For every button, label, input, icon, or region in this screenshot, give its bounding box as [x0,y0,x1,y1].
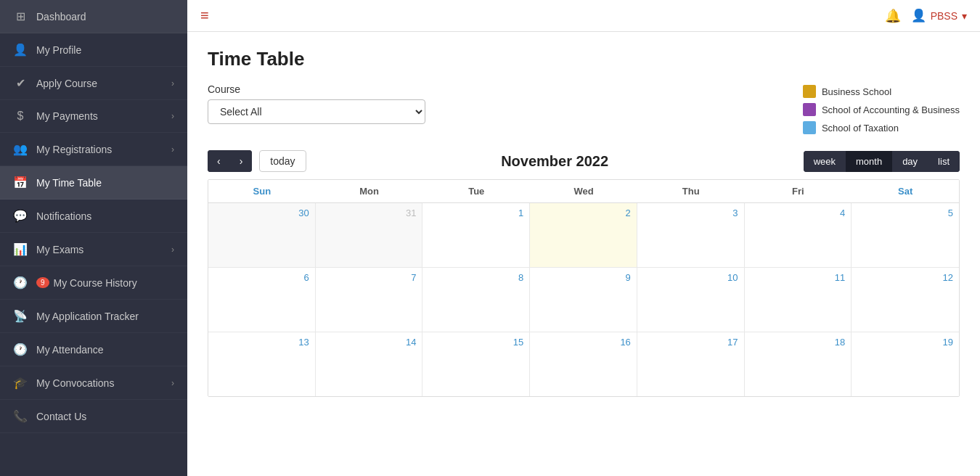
calendar-cell[interactable]: 2 [530,203,637,267]
day-number: 15 [428,337,523,348]
calendar-cell[interactable]: 4 [745,203,852,267]
day-header-fri: Fri [745,180,852,202]
calendar-cell[interactable]: 30 [208,203,316,267]
day-number: 1 [428,208,523,218]
sidebar-item-label-my-exams: My Exams [36,244,83,255]
day-number: 19 [857,337,953,348]
sidebar-item-label-my-profile: My Profile [36,44,81,56]
day-number: 16 [536,337,631,348]
view-list-button[interactable]: list [928,151,960,172]
calendar-cell[interactable]: 14 [316,332,423,396]
sidebar-item-label-notifications: Notifications [36,210,91,222]
my-registrations-icon: 👥 [13,142,28,156]
calendar-cell[interactable]: 31 [316,203,423,267]
chevron-icon-apply-course: › [171,78,174,89]
day-number: 6 [214,272,309,283]
sidebar-item-contact-us[interactable]: 📞Contact Us [0,400,187,433]
day-header-sat: Sat [852,180,959,202]
my-timetable-icon: 📅 [13,176,28,189]
next-month-button[interactable]: › [230,150,253,172]
legend-color-swatch [803,103,816,116]
calendar-week-1: 6789101112 [208,268,959,332]
calendar-cell[interactable]: 11 [745,268,852,332]
calendar-cell[interactable]: 3 [637,203,745,267]
calendar-cell[interactable]: 1 [422,203,530,267]
day-header-mon: Mon [316,180,423,202]
day-number: 11 [751,272,846,283]
my-convocations-icon: 🎓 [13,376,28,390]
sidebar-item-label-my-timetable: My Time Table [36,177,102,189]
legend-label: School of Accounting & Business [822,104,960,115]
sidebar-item-my-course-history[interactable]: 🕐9My Course History [0,266,187,300]
legend-label: Business School [822,86,891,97]
calendar-cell[interactable]: 7 [316,268,423,332]
sidebar-item-label-apply-course: Apply Course [36,78,97,89]
sidebar-item-my-profile[interactable]: 👤My Profile [0,33,187,67]
dashboard-icon: ⊞ [13,9,28,23]
calendar-cell[interactable]: 13 [208,332,316,396]
sidebar-item-label-my-attendance: My Attendance [36,344,104,356]
chevron-icon-my-convocations: › [171,378,174,388]
topbar: ≡ 🔔 👤 PBSS ▾ [187,0,980,32]
sidebar-item-my-convocations[interactable]: 🎓My Convocations› [0,366,187,400]
day-number: 18 [751,337,846,348]
sidebar-item-my-timetable[interactable]: 📅My Time Table [0,166,187,200]
calendar-cell[interactable]: 6 [208,268,316,332]
chevron-icon-my-exams: › [171,245,174,255]
sidebar-item-my-exams[interactable]: 📊My Exams› [0,233,187,266]
calendar-cell[interactable]: 9 [530,268,637,332]
day-number: 17 [643,337,738,348]
hamburger-icon[interactable]: ≡ [200,7,209,24]
sidebar-item-label-contact-us: Contact Us [36,411,86,422]
sidebar-item-notifications[interactable]: 💬Notifications [0,200,187,233]
filter-label: Course [208,83,425,95]
chevron-icon-my-payments: › [171,111,174,121]
day-number: 14 [322,337,417,348]
calendar-cell[interactable]: 17 [637,332,745,396]
day-number: 31 [322,208,417,218]
calendar-cell[interactable]: 18 [745,332,852,396]
day-header-sun: Sun [208,180,316,202]
user-icon: 👤 [911,8,926,23]
my-exams-icon: 📊 [13,242,28,256]
calendar-cell[interactable]: 16 [530,332,637,396]
notifications-icon: 💬 [13,209,28,223]
course-select[interactable]: Select All [208,99,425,124]
calendar-cell[interactable]: 15 [422,332,530,396]
sidebar-item-my-registrations[interactable]: 👥My Registrations› [0,133,187,166]
calendar-cell[interactable]: 10 [637,268,745,332]
my-payments-icon: $ [13,110,28,123]
sidebar-item-label-my-convocations: My Convocations [36,377,114,389]
my-application-tracker-icon: 📡 [13,309,28,323]
sidebar-item-label-my-application-tracker: My Application Tracker [36,311,139,322]
main-content: Time Table Course Select All Business Sc… [187,0,980,476]
view-day-button[interactable]: day [892,151,928,172]
day-number: 2 [536,208,631,218]
sidebar-item-my-payments[interactable]: $My Payments› [0,100,187,133]
day-number: 9 [536,272,631,283]
badge-my-course-history: 9 [36,277,49,288]
day-header-tue: Tue [422,180,530,202]
calendar-cell[interactable]: 19 [852,332,959,396]
calendar-grid: SunMonTueWedThuFriSat 303112345678910111… [208,179,960,397]
page-title: Time Table [208,48,960,70]
day-header-wed: Wed [530,180,637,202]
notification-bell-icon[interactable]: 🔔 [885,8,901,24]
sidebar-item-apply-course[interactable]: ✔Apply Course› [0,67,187,100]
calendar-cell[interactable]: 8 [422,268,530,332]
sidebar-item-my-attendance[interactable]: 🕐My Attendance [0,333,187,366]
user-menu[interactable]: 👤 PBSS ▾ [911,8,967,23]
calendar-cell[interactable]: 12 [852,268,959,332]
calendar-header: ‹ › today November 2022 weekmonthdaylist [208,150,960,172]
calendar-cell[interactable]: 5 [852,203,959,267]
sidebar-item-dashboard[interactable]: ⊞Dashboard [0,0,187,33]
view-week-button[interactable]: week [804,151,846,172]
day-header-thu: Thu [637,180,745,202]
today-button[interactable]: today [259,150,306,172]
day-number: 7 [322,272,417,283]
view-month-button[interactable]: month [846,151,892,172]
sidebar: ⊞Dashboard👤My Profile✔Apply Course›$My P… [0,0,187,476]
sidebar-item-my-application-tracker[interactable]: 📡My Application Tracker [0,300,187,333]
prev-month-button[interactable]: ‹ [208,150,230,172]
day-number: 8 [428,272,523,283]
